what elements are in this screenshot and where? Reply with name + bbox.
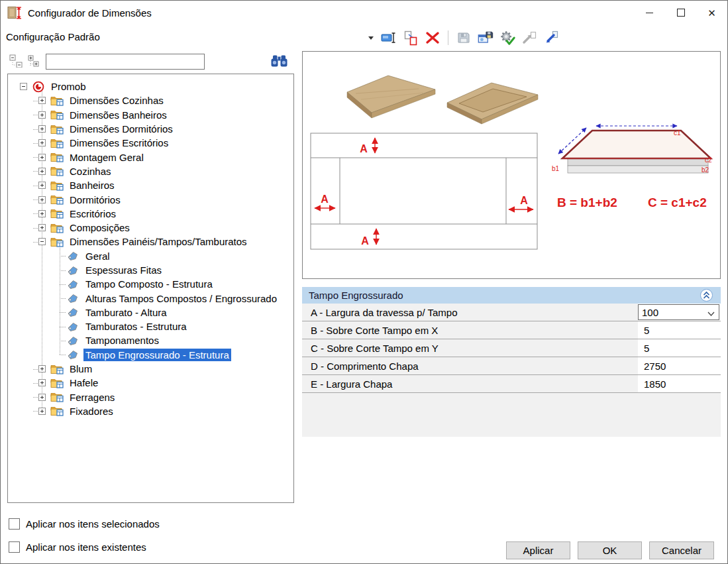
tree-item[interactable]: Banheiros xyxy=(8,178,293,192)
expand-icon[interactable] xyxy=(38,154,46,161)
tree-item[interactable]: Blum xyxy=(8,362,293,376)
expand-icon[interactable] xyxy=(38,168,46,175)
tree-item-label: Dimensões Escritórios xyxy=(68,137,170,149)
tree-item[interactable]: Tamponamentos xyxy=(8,333,293,347)
value-text[interactable]: 2750 xyxy=(638,361,666,372)
tree-item-label: Fixadores xyxy=(68,405,115,418)
expand-icon[interactable] xyxy=(38,408,46,415)
tree-item[interactable]: Promob xyxy=(8,80,293,93)
collapse-all-button[interactable] xyxy=(9,54,23,68)
checkbox-icon[interactable] xyxy=(9,541,20,553)
tree-item[interactable]: Dimensões Cozinhas xyxy=(8,93,293,107)
collapse-icon[interactable] xyxy=(20,83,27,90)
tree-item[interactable]: Cozinhas xyxy=(8,164,293,178)
tag-icon xyxy=(66,306,79,318)
expand-icon[interactable] xyxy=(38,97,46,104)
tree-item[interactable]: Escritórios xyxy=(8,207,293,221)
preview-illustration: A A A A b1 b2 c1 c2 B = b1+b2 xyxy=(303,52,720,278)
import-config-button[interactable] xyxy=(543,29,560,46)
tree-item[interactable]: Dormitórios xyxy=(8,192,293,206)
apply-button[interactable]: Aplicar xyxy=(506,541,570,559)
wood-panel-framed xyxy=(447,83,538,124)
tree-item-label: Hafele xyxy=(68,376,100,389)
property-label: E - Largura Chapa xyxy=(302,375,638,392)
expand-all-button[interactable] xyxy=(28,54,41,68)
tree-item[interactable]: Tamburatos - Estrutura xyxy=(8,319,293,333)
tree-item[interactable]: Composições xyxy=(8,221,293,235)
folder-icon xyxy=(50,137,64,149)
tree-item[interactable]: Montagem Geral xyxy=(8,150,293,164)
config-dropdown-button[interactable] xyxy=(366,29,376,46)
expand-icon[interactable] xyxy=(38,394,46,401)
close-button[interactable]: ✕ xyxy=(696,1,727,25)
ok-button[interactable]: OK xyxy=(578,541,642,559)
expand-icon[interactable] xyxy=(38,210,46,217)
app-icon xyxy=(7,5,22,20)
minimize-icon xyxy=(646,13,653,13)
value-text[interactable]: 1850 xyxy=(638,378,666,390)
tree-item[interactable]: Dimensões Painéis/Tampos/Tamburatos xyxy=(8,235,293,249)
checkbox-apply-existing[interactable]: Aplicar nos itens existentes xyxy=(9,541,146,553)
copy-config-button[interactable] xyxy=(402,29,419,46)
collapse-icon[interactable] xyxy=(38,238,46,245)
collapse-properties-button[interactable] xyxy=(700,288,713,302)
tree-item[interactable]: Dimensões Dormitórios xyxy=(8,122,293,136)
expand-all-icon xyxy=(28,54,41,68)
tree-item[interactable]: Espessuras Fitas xyxy=(8,263,293,277)
export-config-button[interactable] xyxy=(521,29,538,46)
find-button[interactable] xyxy=(270,53,288,69)
save-config-as-button[interactable] xyxy=(477,29,494,46)
property-value: 5 xyxy=(638,339,721,357)
expand-icon[interactable] xyxy=(38,196,46,203)
tree-item[interactable]: Dimensões Escritórios xyxy=(8,136,293,150)
tree-item[interactable]: Alturas Tampos Compostos / Engrossurado xyxy=(8,291,293,305)
apply-settings-button[interactable] xyxy=(499,29,516,46)
rename-config-button[interactable] xyxy=(380,29,397,46)
expand-icon[interactable] xyxy=(38,111,46,119)
property-value: 2750 xyxy=(638,357,721,374)
search-input[interactable] xyxy=(46,54,205,70)
cancel-button[interactable]: Cancelar xyxy=(649,541,714,559)
tree-item[interactable]: Fixadores xyxy=(8,404,293,418)
expand-icon[interactable] xyxy=(38,224,46,231)
promob-logo-icon xyxy=(32,81,45,93)
expand-icon[interactable] xyxy=(38,365,46,372)
tag-icon xyxy=(66,278,79,290)
save-config-button[interactable] xyxy=(455,29,472,46)
tree-item-label: Tamburato - Altura xyxy=(83,306,169,319)
expand-icon[interactable] xyxy=(38,379,46,386)
value-combobox[interactable]: 100 xyxy=(638,304,719,320)
tree-item[interactable]: Tampo Engrossurado - Estrutura xyxy=(8,348,293,362)
save-icon xyxy=(456,30,472,46)
expand-icon[interactable] xyxy=(38,139,46,146)
dim-label-bottom: A xyxy=(361,235,369,247)
dim-label-left: A xyxy=(321,194,329,205)
folder-icon xyxy=(50,123,64,135)
tree-item[interactable]: Hafele xyxy=(8,376,293,390)
folder-icon xyxy=(50,391,64,403)
property-value: 1850 xyxy=(638,375,721,392)
chevron-down-icon xyxy=(368,35,374,40)
folder-icon xyxy=(50,222,64,234)
tree-item-label: Ferragens xyxy=(68,391,117,404)
value-text[interactable]: 5 xyxy=(638,325,649,336)
tree-item[interactable]: Ferragens xyxy=(8,390,293,404)
checkbox-apply-selected[interactable]: Aplicar nos itens selecionados xyxy=(9,518,160,530)
tree-item[interactable]: Dimensões Banheiros xyxy=(8,108,293,122)
label-c2: c2 xyxy=(705,156,712,164)
checkbox-icon[interactable] xyxy=(9,518,20,530)
tree-item[interactable]: Geral xyxy=(8,249,293,263)
expand-icon[interactable] xyxy=(38,125,46,133)
folder-icon xyxy=(50,207,64,219)
tree-item[interactable]: Tampo Composto - Estrutura xyxy=(8,277,293,291)
value-text[interactable]: 5 xyxy=(638,343,649,354)
maximize-button[interactable] xyxy=(665,1,696,25)
folder-icon xyxy=(50,165,64,177)
delete-config-button[interactable] xyxy=(424,29,441,46)
collapse-all-icon xyxy=(9,54,23,68)
tree-item-label: Escritórios xyxy=(68,207,118,220)
tree-tools xyxy=(9,54,41,68)
minimize-button[interactable] xyxy=(634,1,665,25)
tree-item[interactable]: Tamburato - Altura xyxy=(8,306,293,319)
expand-icon[interactable] xyxy=(38,182,46,189)
